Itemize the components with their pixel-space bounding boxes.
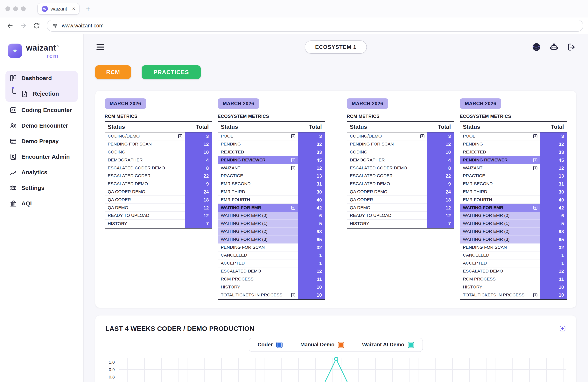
status-label: HISTORY <box>221 285 240 290</box>
expand-icon[interactable] <box>533 205 538 210</box>
table-row: HISTORY7 <box>105 220 212 228</box>
table-group: MARCH 2026RCM METRICSStatusTotalCODING/D… <box>105 98 325 300</box>
status-cell: ESCALATED DEMO <box>347 180 427 188</box>
expand-icon[interactable] <box>291 205 296 210</box>
status-cell: WAITING FOR EMR (2) <box>460 228 540 236</box>
sidebar-item-demo-encounter[interactable]: Demo Encounter <box>5 118 78 133</box>
table-row: TOTAL TICKETS IN PROCESS10 <box>460 291 567 299</box>
status-label: EMR THIRD <box>221 189 245 194</box>
total-value: 6 <box>540 212 567 220</box>
rcm-button[interactable]: RCM <box>95 65 131 79</box>
table-row: CODING10 <box>347 149 454 156</box>
sidebar-item-coding-encounter[interactable]: Coding Encounter <box>5 103 78 117</box>
window-minimize-button[interactable] <box>13 6 18 11</box>
browser-tab[interactable]: w waizant × <box>37 3 80 15</box>
status-cell: PENDING FOR SCAN <box>460 244 540 252</box>
reload-icon[interactable] <box>31 20 42 31</box>
expand-icon[interactable] <box>291 293 296 297</box>
table-row: PENDING FOR SCAN12 <box>105 140 212 149</box>
expand-icon[interactable] <box>291 158 296 163</box>
status-label: WAITING FOR EMR (2) <box>463 229 510 234</box>
sidebar-item-label: Coding Encounter <box>21 107 72 113</box>
hamburger-menu-icon[interactable] <box>95 42 105 52</box>
table-row: REJECTED33 <box>218 149 325 156</box>
total-value: 4 <box>427 156 454 164</box>
status-cell: EMR FOURTH <box>460 196 540 204</box>
sidebar-item-analytics[interactable]: Analytics <box>5 165 78 180</box>
status-cell: DEMOGRAPHER <box>105 156 185 164</box>
coding-encounter-icon <box>9 106 17 114</box>
legend-item-coder[interactable]: Coder <box>258 342 283 348</box>
table-row: ESCALATED CODER DEMO8 <box>347 164 454 172</box>
sidebar-item-aqi[interactable]: AQI <box>5 196 78 211</box>
month-badge: MARCH 2026 <box>460 98 502 109</box>
total-value: 32 <box>540 140 567 149</box>
practices-button[interactable]: PRACTICES <box>142 65 200 79</box>
expand-icon[interactable] <box>178 134 183 139</box>
status-label: POOL <box>463 134 475 139</box>
network-globe-icon[interactable] <box>532 42 541 52</box>
ecosystem-selector[interactable]: ECOSYSTEM 1 <box>305 41 367 54</box>
status-label: WAITING FOR EMR (3) <box>463 237 510 242</box>
status-label: WAITING FOR EMR (0) <box>221 213 268 218</box>
status-cell: PENDING REVIEWER <box>218 156 298 164</box>
status-label: QA CODER DEMO <box>350 189 387 194</box>
status-label: WAITING FOR EMR <box>221 205 261 210</box>
forward-icon[interactable] <box>18 20 29 31</box>
sidebar-item-rejection[interactable]: Rejection <box>5 86 78 101</box>
legend-item-manual-demo[interactable]: Manual Demo <box>300 342 344 348</box>
logout-icon[interactable] <box>567 42 576 52</box>
status-label: POOL <box>221 134 233 139</box>
window-close-button[interactable] <box>5 6 10 11</box>
expand-icon[interactable] <box>291 134 296 139</box>
expand-icon[interactable] <box>533 158 538 163</box>
expand-icon[interactable] <box>420 134 425 139</box>
status-label: WAITING FOR EMR (0) <box>463 213 510 218</box>
status-cell: READY TO UPLOAD <box>105 212 185 220</box>
peak-marker <box>335 357 338 361</box>
expand-icon[interactable] <box>533 134 538 139</box>
total-value: 13 <box>298 172 325 180</box>
total-value: 12 <box>427 204 454 212</box>
status-cell: WAITING FOR EMR (3) <box>460 235 540 244</box>
panel-title: RCM METRICS <box>347 114 454 119</box>
chart-expand-icon[interactable] <box>559 325 566 332</box>
status-cell: WAITING FOR EMR <box>460 204 540 212</box>
sidebar-item-settings[interactable]: Settings <box>5 180 78 195</box>
sidebar-item-dashboard[interactable]: Dashboard <box>5 71 78 85</box>
total-value: 3 <box>427 132 454 140</box>
total-column-header: Total <box>298 124 325 130</box>
total-value: 11 <box>540 275 567 283</box>
total-value: 12 <box>185 140 212 149</box>
status-label: DEMOGRAPHER <box>108 158 143 163</box>
tab-title: waizant <box>51 6 67 12</box>
sidebar-item-label: Dashboard <box>21 75 52 82</box>
status-label: CODING <box>108 149 125 155</box>
status-label: READY TO UPLOAD <box>108 213 149 218</box>
metrics-table: StatusTotalPOOL3PENDING32REJECTED33PENDI… <box>218 121 325 300</box>
tab-close-icon[interactable]: × <box>72 6 75 12</box>
total-value: 9 <box>185 180 212 188</box>
sidebar-item-encounter-admin[interactable]: Encounter Admin <box>5 149 78 164</box>
total-value: 12 <box>298 164 325 172</box>
table-row: WAITING FOR EMR (3)65 <box>218 235 325 244</box>
status-cell: CODING <box>105 149 185 156</box>
robot-icon[interactable] <box>549 42 559 52</box>
total-value: 1 <box>540 259 567 267</box>
window-zoom-button[interactable] <box>21 6 26 11</box>
table-row: WAITING FOR EMR (0)6 <box>218 212 325 220</box>
table-row: POOL3 <box>218 132 325 140</box>
expand-icon[interactable] <box>533 293 538 297</box>
sidebar-item-label: Demo Encounter <box>21 122 68 129</box>
table-row: QA DEMO12 <box>347 204 454 212</box>
back-icon[interactable] <box>5 20 16 31</box>
legend-item-waizant-ai-demo[interactable]: Waizant AI Demo <box>362 342 414 348</box>
expand-icon[interactable] <box>533 166 538 170</box>
url-bar[interactable]: www.waizant.com <box>47 20 583 32</box>
status-cell: EMR SECOND <box>218 180 298 188</box>
expand-icon[interactable] <box>291 166 296 170</box>
site-settings-icon[interactable] <box>52 23 58 29</box>
new-tab-button[interactable]: + <box>86 5 90 13</box>
sidebar-item-demo-prepay[interactable]: Demo Prepay <box>5 134 78 149</box>
status-cell: EMR THIRD <box>460 188 540 196</box>
